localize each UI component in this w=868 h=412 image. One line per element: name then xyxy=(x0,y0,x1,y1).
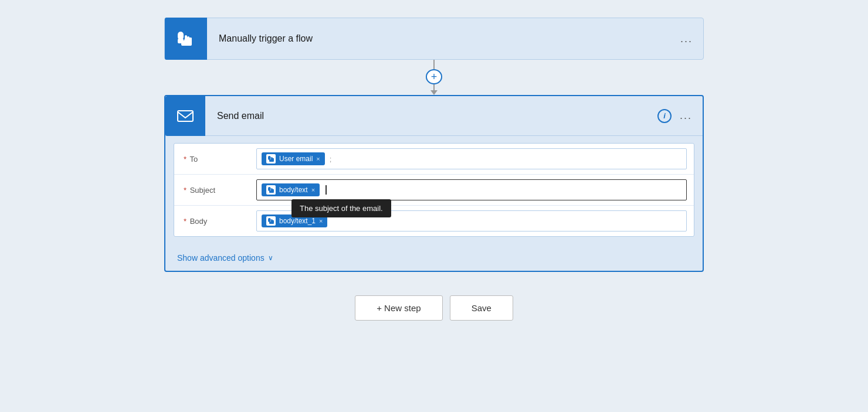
svg-rect-5 xyxy=(178,111,193,121)
user-email-token[interactable]: User email × xyxy=(262,152,325,165)
svg-rect-10 xyxy=(268,187,271,191)
token-trigger-icon-3 xyxy=(266,216,276,226)
subject-input[interactable]: body/text × xyxy=(256,179,687,200)
to-field-row: * To Use xyxy=(174,144,694,175)
svg-rect-13 xyxy=(273,189,274,191)
step-connector: + xyxy=(426,60,442,95)
svg-rect-6 xyxy=(268,156,271,160)
save-button[interactable]: Save xyxy=(450,295,513,321)
svg-rect-8 xyxy=(272,158,273,160)
bottom-actions: + New step Save xyxy=(355,295,513,321)
body-label: * Body xyxy=(174,217,256,226)
svg-rect-7 xyxy=(271,157,272,160)
advanced-options-toggle[interactable]: Show advanced options ∨ xyxy=(165,245,703,271)
send-email-card: Send email i ... * To xyxy=(164,95,704,272)
add-step-button[interactable]: + xyxy=(426,69,442,84)
token-trigger-icon xyxy=(266,154,276,164)
body-text-1-token[interactable]: body/text_1 × xyxy=(262,214,327,227)
body-text-token[interactable]: body/text × xyxy=(262,183,320,196)
svg-rect-3 xyxy=(187,36,189,42)
new-step-button[interactable]: + New step xyxy=(355,295,442,321)
chevron-down-icon: ∨ xyxy=(268,254,273,262)
body-text-token-close[interactable]: × xyxy=(311,186,315,193)
email-card-header: Send email i ... xyxy=(165,96,703,136)
body-field-row: * Body b xyxy=(174,206,694,236)
trigger-more-options[interactable]: ... xyxy=(680,33,693,45)
info-button[interactable]: i xyxy=(657,109,672,123)
subject-field-row: * Subject xyxy=(174,175,694,206)
body-text-1-token-close[interactable]: × xyxy=(319,217,323,224)
svg-rect-14 xyxy=(268,218,271,222)
svg-rect-4 xyxy=(189,38,192,42)
subject-label: * Subject xyxy=(174,186,256,195)
mail-icon xyxy=(175,106,195,126)
user-email-token-close[interactable]: × xyxy=(316,155,320,162)
connector-line-bottom xyxy=(433,84,435,90)
token-trigger-icon-2 xyxy=(266,185,276,195)
svg-rect-9 xyxy=(273,158,274,160)
trigger-icon-block xyxy=(165,18,207,60)
text-cursor xyxy=(326,185,327,195)
svg-rect-2 xyxy=(185,35,187,42)
arrow-head xyxy=(430,90,438,95)
to-label: * To xyxy=(174,155,256,164)
email-more-options[interactable]: ... xyxy=(680,110,692,122)
body-input[interactable]: body/text_1 × xyxy=(256,210,687,231)
svg-rect-16 xyxy=(272,220,273,222)
flow-canvas: Manually trigger a flow ... + Send email xyxy=(164,18,704,321)
email-card-menu: i ... xyxy=(657,109,703,123)
email-action-title: Send email xyxy=(205,111,657,121)
email-form: * To Use xyxy=(174,143,694,237)
hand-touch-icon xyxy=(175,28,196,49)
to-input[interactable]: User email × ; xyxy=(256,148,687,169)
email-icon-block xyxy=(165,96,205,136)
svg-rect-0 xyxy=(178,32,184,40)
trigger-title: Manually trigger a flow xyxy=(207,33,680,44)
trigger-menu[interactable]: ... xyxy=(680,33,703,45)
svg-rect-15 xyxy=(271,219,272,222)
svg-rect-11 xyxy=(271,188,272,191)
to-separator: ; xyxy=(330,155,332,164)
svg-rect-17 xyxy=(273,220,274,222)
connector-arrow xyxy=(430,84,438,95)
trigger-card: Manually trigger a flow ... xyxy=(164,18,704,60)
connector-line-top xyxy=(433,60,435,69)
svg-rect-12 xyxy=(272,189,273,191)
